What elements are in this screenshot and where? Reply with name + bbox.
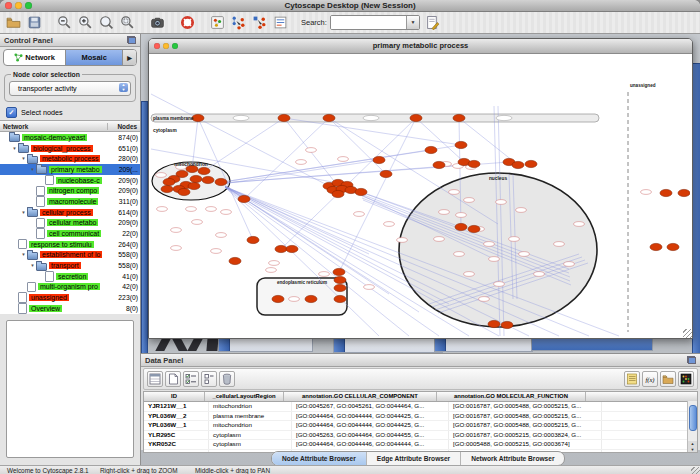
minimized-window[interactable] (333, 338, 443, 353)
minimized-window[interactable] (218, 337, 313, 352)
function-builder-icon[interactable]: f(x) (642, 371, 658, 387)
graph-node[interactable] (305, 295, 317, 302)
graph-node[interactable] (215, 178, 227, 185)
graph-node[interactable] (410, 114, 422, 121)
graph-node[interactable] (525, 160, 537, 167)
graph-node[interactable] (488, 320, 500, 327)
graph-node[interactable] (286, 245, 298, 252)
graph-node[interactable] (198, 167, 210, 174)
tree-row[interactable]: unassigned223(0) (0, 292, 140, 303)
search-input[interactable] (331, 16, 406, 29)
graph-node[interactable] (238, 195, 250, 202)
annotation-icon[interactable] (270, 13, 290, 32)
graph-node[interactable] (501, 321, 513, 328)
open-file-button[interactable] (3, 13, 23, 32)
zoom-selected-icon[interactable] (117, 13, 137, 32)
column-header[interactable] (586, 392, 697, 401)
graph-node[interactable] (334, 276, 346, 283)
table-row[interactable]: YPL036W__2plasma membrane[GO:0044464, GO… (144, 412, 697, 422)
graph-node[interactable] (453, 114, 465, 121)
zoom-out-icon[interactable] (54, 13, 74, 32)
graph-node[interactable] (660, 189, 672, 196)
scrollbar-thumb[interactable] (689, 405, 697, 431)
graph-node[interactable] (380, 170, 392, 177)
minimized-window[interactable] (434, 337, 533, 352)
graph-node[interactable] (323, 114, 335, 121)
graph-node[interactable] (163, 178, 175, 185)
tree-expander-icon[interactable]: ▼ (20, 252, 27, 257)
tree-col-nodes[interactable]: Nodes (107, 123, 137, 130)
graph-node[interactable] (425, 146, 437, 153)
table-row[interactable]: YLR295Ccytoplasm[GO:0045263, GO:0044464,… (144, 431, 697, 441)
network-window-titlebar[interactable]: primary metabolic process (149, 39, 692, 54)
table-row[interactable]: YKR052Ccytoplasm[GO:0044464, GO:0044446,… (144, 440, 697, 450)
tree-expander-icon[interactable]: ▼ (29, 167, 36, 172)
graph-node[interactable] (188, 182, 200, 189)
tree-row[interactable]: multi-organism pro42(0) (0, 282, 140, 293)
graph-node[interactable] (334, 284, 346, 291)
tree-row[interactable]: Overview8(0) (0, 303, 140, 314)
select-nodes-checkbox[interactable]: ✓ (6, 107, 17, 118)
tree-row[interactable]: cellular metabo209(0) (0, 218, 140, 229)
tree-expander-icon[interactable]: ▼ (11, 146, 18, 151)
graph-node[interactable] (275, 245, 287, 252)
graph-node[interactable] (332, 190, 344, 197)
graph-node[interactable] (667, 243, 679, 250)
zoom-in-icon[interactable] (75, 13, 95, 32)
tree-row[interactable]: ▼cellular process614(0) (0, 207, 140, 218)
tree-expander-icon[interactable]: ▼ (29, 263, 36, 268)
network-overview-icon[interactable] (207, 13, 227, 32)
graph-node[interactable] (455, 141, 467, 148)
column-header[interactable]: _cellularLayoutRegion (205, 392, 284, 401)
graph-node[interactable] (202, 176, 214, 183)
select-attributes-icon[interactable] (183, 371, 199, 387)
tab-network-attribute-browser[interactable]: Network Attribute Browser (460, 452, 564, 465)
column-header[interactable]: annotation.GO CELLULAR_COMPONENT (284, 392, 437, 401)
column-header[interactable]: annotation.GO MOLECULAR_FUNCTION (437, 392, 586, 401)
advanced-search-icon[interactable] (423, 13, 443, 32)
scrollbar-arrows[interactable]: ▲▼ (687, 441, 697, 452)
tree-expander-icon[interactable]: ▼ (20, 156, 27, 161)
network-canvas[interactable]: plasma membranecytoplasmmitochondrionnuc… (149, 54, 692, 338)
graph-node[interactable] (161, 185, 173, 192)
tab-network[interactable]: Network (4, 50, 65, 65)
tree-row[interactable]: macromolecule311(0) (0, 196, 140, 207)
tab-mosaic[interactable]: Mosaic (65, 50, 122, 65)
tree-row[interactable]: ▼metabolic process280(0) (0, 153, 140, 164)
tree-row[interactable]: cell communicat22(0) (0, 228, 140, 239)
minimized-window[interactable] (692, 63, 700, 355)
tree-row[interactable]: nitrogen compo209(0) (0, 185, 140, 196)
help-lifesaver-icon[interactable] (177, 13, 197, 32)
tree-row[interactable]: secretion41(0) (0, 271, 140, 282)
graph-node[interactable] (247, 236, 259, 243)
attribute-matrix-icon[interactable] (678, 371, 694, 387)
tree-row[interactable]: mosaic-demo-yeast874(0) (0, 132, 140, 143)
table-row[interactable]: YPL036W__1mitochondrion[GO:0044464, GO:0… (144, 421, 697, 431)
graph-node[interactable] (192, 114, 204, 121)
float-panel-icon[interactable] (687, 356, 696, 364)
select-all-attributes-icon[interactable] (147, 371, 163, 387)
graph-node[interactable] (190, 175, 202, 182)
tree-row[interactable]: nucleobase-c209(0) (0, 175, 140, 186)
graph-node[interactable] (468, 160, 480, 167)
attribute-notes-icon[interactable] (624, 371, 640, 387)
tab-node-attribute-browser[interactable]: Node Attribute Browser (272, 452, 366, 465)
graph-node[interactable] (355, 188, 367, 195)
graph-node[interactable] (650, 243, 662, 250)
delete-attribute-icon[interactable] (219, 371, 235, 387)
app-titlebar[interactable]: Cytoscape Desktop (New Session) (0, 0, 700, 12)
save-session-button[interactable] (24, 13, 44, 32)
column-header[interactable]: ID (144, 392, 205, 401)
graph-node[interactable] (373, 156, 385, 163)
float-panel-icon[interactable] (127, 36, 136, 44)
tree-row[interactable]: ▼establishment of lo558(0) (0, 250, 140, 261)
unselect-attributes-icon[interactable] (201, 371, 217, 387)
graph-node[interactable] (272, 295, 284, 302)
graph-node[interactable] (433, 161, 445, 168)
import-attribute-file-icon[interactable] (660, 371, 676, 387)
window-resize-grip[interactable] (683, 329, 692, 338)
snapshot-icon[interactable] (147, 13, 167, 32)
node-color-select[interactable]: transporter activity ▲▼ (9, 81, 131, 96)
app-resize-grip[interactable] (691, 467, 700, 474)
graph-node[interactable] (278, 114, 290, 121)
